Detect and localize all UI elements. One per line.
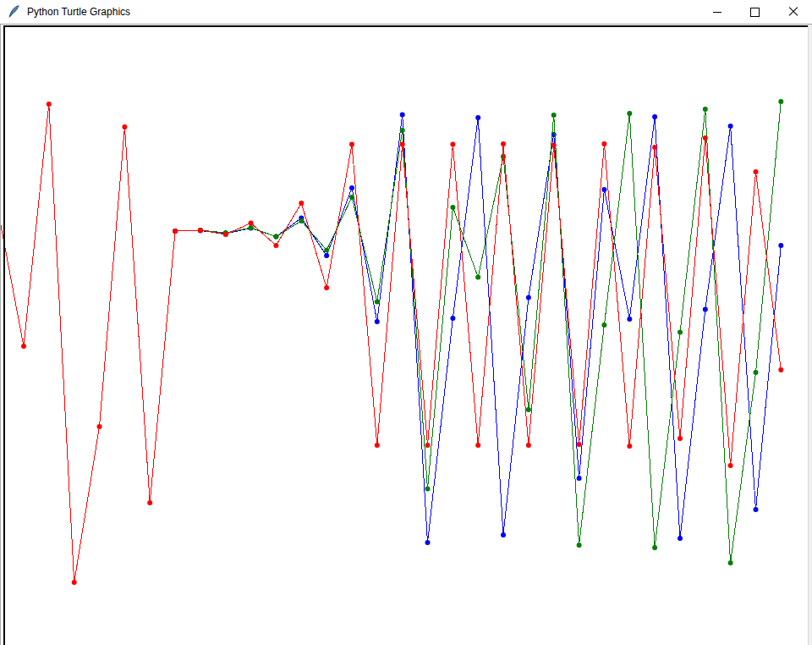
green-series-point xyxy=(273,234,278,240)
window-edge-right xyxy=(808,25,812,645)
window-title: Python Turtle Graphics xyxy=(27,6,130,18)
red-series-point xyxy=(425,443,431,448)
red-series-point xyxy=(551,143,557,148)
blue-series-point xyxy=(475,115,480,120)
blue-series-line xyxy=(175,115,781,543)
blue-series-point xyxy=(703,307,708,312)
red-series-point xyxy=(652,145,657,150)
red-series-point xyxy=(223,232,228,237)
green-series-point xyxy=(778,99,783,104)
blue-series-point xyxy=(652,114,657,119)
blue-series-point xyxy=(601,187,606,192)
red-series-point xyxy=(198,228,203,233)
green-series-point xyxy=(299,218,304,223)
close-button[interactable] xyxy=(774,0,812,24)
close-icon xyxy=(788,7,798,17)
green-series-point xyxy=(526,407,531,412)
window-edge-left xyxy=(0,25,1,645)
blue-series-point xyxy=(728,124,733,129)
red-series-point xyxy=(47,102,52,107)
red-series-line xyxy=(0,104,781,582)
green-series-point xyxy=(400,128,405,133)
green-series-point xyxy=(601,322,606,328)
red-series-point xyxy=(501,141,506,146)
blue-series-point xyxy=(425,540,431,545)
red-series-point xyxy=(627,444,632,449)
green-series-point xyxy=(450,205,455,210)
red-series-point xyxy=(678,436,683,441)
green-series-point xyxy=(703,107,708,112)
red-series-point xyxy=(577,442,582,447)
blue-series-point xyxy=(375,319,380,324)
green-series-point xyxy=(652,545,657,550)
red-series-point xyxy=(601,141,606,146)
canvas-frame xyxy=(0,25,812,645)
green-series-point xyxy=(375,300,380,305)
maximize-button[interactable] xyxy=(736,0,774,24)
red-series-point xyxy=(728,463,733,468)
green-series-line xyxy=(175,102,781,563)
green-series-point xyxy=(425,487,431,492)
red-series-point xyxy=(475,443,480,448)
red-series-point xyxy=(375,443,380,448)
green-series-point xyxy=(475,275,480,280)
red-series-point xyxy=(72,580,77,585)
red-series-point xyxy=(703,135,708,141)
red-series-point xyxy=(21,344,26,349)
tk-feather-icon xyxy=(8,5,21,19)
canvas-border-top xyxy=(3,25,808,27)
blue-series-point xyxy=(526,295,531,300)
blue-series-point xyxy=(678,536,683,541)
blue-series-point xyxy=(450,316,455,321)
red-series-point xyxy=(122,124,127,130)
green-series-point xyxy=(728,560,733,565)
green-series-point xyxy=(349,195,354,200)
minimize-icon xyxy=(713,12,721,13)
red-series-point xyxy=(249,221,254,226)
red-series-point xyxy=(173,229,178,234)
blue-series-point xyxy=(349,185,354,190)
turtle-canvas xyxy=(0,25,812,645)
red-series-point xyxy=(349,142,354,147)
red-series-point xyxy=(754,169,759,174)
red-series-point xyxy=(299,201,304,206)
turtle-graphics-window: Python Turtle Graphics xyxy=(0,0,812,645)
red-series-point xyxy=(526,443,531,448)
canvas-border-left xyxy=(3,25,5,645)
blue-series-point xyxy=(778,243,783,248)
red-series-point xyxy=(97,424,102,429)
red-series-point xyxy=(778,367,783,372)
green-series-point xyxy=(324,248,329,253)
red-series-point xyxy=(147,500,152,505)
blue-series-point xyxy=(324,253,329,258)
red-series-point xyxy=(273,243,278,248)
green-series-point xyxy=(249,225,254,230)
red-series-point xyxy=(450,142,455,147)
blue-series-point xyxy=(501,532,506,538)
blue-series-point xyxy=(400,113,405,118)
blue-series-point xyxy=(577,476,582,481)
red-series-point xyxy=(324,285,329,290)
titlebar[interactable]: Python Turtle Graphics xyxy=(0,0,812,25)
blue-series-point xyxy=(754,507,759,512)
red-series-point xyxy=(400,142,405,147)
minimize-button[interactable] xyxy=(698,0,736,24)
green-series-point xyxy=(501,154,506,159)
green-series-point xyxy=(678,330,683,335)
green-series-point xyxy=(754,370,759,375)
maximize-icon xyxy=(750,8,760,17)
green-series-point xyxy=(551,113,557,118)
blue-series-point xyxy=(627,317,632,322)
green-series-point xyxy=(627,111,632,116)
green-series-point xyxy=(577,543,582,548)
